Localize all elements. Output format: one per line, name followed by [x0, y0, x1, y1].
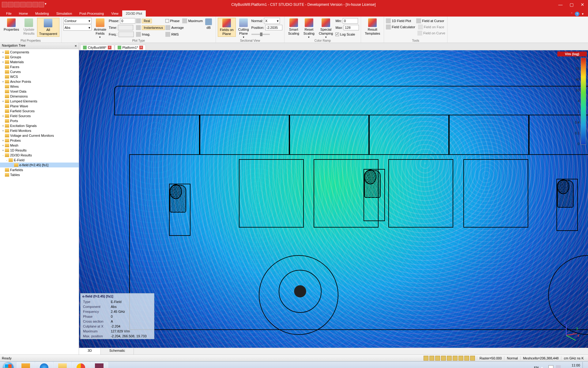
animate-fields-button[interactable]: Animate Fields▾ [92, 18, 108, 40]
help-dropdown-icon[interactable]: ▾ [581, 11, 585, 17]
tray-clock[interactable]: 11:00 12.09.2017 [563, 363, 580, 368]
sb-snap2-icon[interactable] [458, 356, 463, 361]
field-on-curve-button[interactable]: Field on Curve [423, 31, 445, 35]
sb-zoom-icon[interactable] [424, 356, 428, 361]
smart-scaling-button[interactable]: Smart Scaling [286, 18, 301, 36]
instantaneous-button[interactable]: Instantaneous [142, 25, 165, 30]
db-button[interactable]: dB [203, 18, 214, 30]
view-tab-3d[interactable]: 3D [79, 348, 101, 355]
1d-field-plot-button[interactable]: 1D Field Plot [392, 19, 411, 23]
tree-item[interactable]: -E-Field [0, 158, 79, 163]
qat-print-icon[interactable] [26, 2, 32, 7]
expand-icon[interactable]: + [1, 129, 5, 132]
update-results-button[interactable]: Update Results [21, 18, 36, 36]
tab-close-icon[interactable]: × [139, 46, 143, 49]
taskbar-app-outlook[interactable] [17, 362, 35, 368]
qat-open-icon[interactable] [8, 2, 13, 7]
help-icon[interactable]: ? [575, 12, 579, 16]
field-on-face-button[interactable]: Field on Face [424, 25, 444, 29]
expand-icon[interactable]: + [1, 60, 5, 64]
qat-redo-icon[interactable] [39, 2, 44, 7]
tab-2d3dplot[interactable]: 2D/3D Plot [122, 10, 146, 17]
sb-zoom3-icon[interactable] [435, 356, 440, 361]
expand-icon[interactable]: + [1, 55, 5, 59]
expand-icon[interactable]: + [1, 50, 5, 54]
position-slider[interactable] [251, 34, 270, 35]
logscale-checkbox[interactable] [335, 33, 339, 36]
special-clamping-button[interactable]: Special Clamping▾ [317, 18, 335, 40]
freq-input[interactable] [119, 32, 134, 37]
position-input[interactable] [265, 25, 282, 30]
maximize-button[interactable]: ▢ [566, 0, 577, 9]
document-tab[interactable]: CityBusWifi*× [80, 45, 114, 50]
tray-volume-icon[interactable] [556, 365, 561, 368]
qat-more-icon[interactable]: ▾ [45, 2, 50, 7]
start-button[interactable] [0, 362, 17, 368]
result-templates-button[interactable]: Result Templates [363, 18, 382, 36]
close-button[interactable]: ✕ [577, 0, 588, 9]
expand-icon[interactable]: + [1, 144, 5, 147]
tray-flag-icon[interactable] [548, 365, 553, 368]
minimize-button[interactable]: — [555, 0, 566, 9]
fields-on-plane-button[interactable]: Fields on Plane [218, 18, 236, 37]
maximum-button[interactable]: Maximum [188, 19, 203, 23]
tab-modeling[interactable]: Modeling [32, 10, 53, 17]
tree-item[interactable]: +Probes [0, 138, 79, 143]
taskbar-app-ie[interactable] [35, 362, 53, 368]
tree-item[interactable]: Farfields [0, 167, 79, 172]
cutting-plane-button[interactable]: Cutting Plane▾ [236, 18, 251, 40]
qat-new-icon[interactable] [2, 2, 7, 7]
tree-item[interactable]: -2D/3D Results [0, 153, 79, 158]
tree-item[interactable]: Farfield Sources [0, 109, 79, 113]
taskbar-app-explorer[interactable] [54, 362, 71, 368]
tree-item[interactable]: Faces [0, 64, 79, 69]
sb-zoom4-icon[interactable] [441, 356, 446, 361]
expand-icon[interactable]: + [1, 148, 5, 152]
sb-zoom2-icon[interactable] [429, 356, 434, 361]
tree-item[interactable]: WCS [0, 74, 79, 79]
qat-undo-icon[interactable] [32, 2, 38, 7]
qat-save-icon[interactable] [14, 2, 20, 7]
plot-style-dropdown[interactable]: Contour▾ [63, 18, 92, 24]
expand-icon[interactable]: + [1, 124, 5, 128]
expand-icon[interactable]: + [1, 139, 5, 142]
qat-saveall-icon[interactable] [20, 2, 26, 7]
tree-item[interactable]: Voxel Data [0, 89, 79, 94]
properties-button[interactable]: Properties [2, 18, 21, 32]
tab-close-icon[interactable]: × [108, 46, 111, 49]
tree-item[interactable]: Wires [0, 84, 79, 89]
expand-icon[interactable]: - [1, 153, 5, 157]
sb-cube-icon[interactable] [470, 356, 475, 361]
show-desktop-button[interactable] [582, 362, 586, 368]
tree-item[interactable]: +Field Sources [0, 113, 79, 118]
tree-item[interactable]: Voltage and Current Monitors [0, 133, 79, 138]
tree-item[interactable]: +Excitation Signals [0, 123, 79, 128]
field-calculator-button[interactable]: Field Calculator [392, 25, 415, 29]
expand-icon[interactable]: - [5, 158, 9, 162]
tree-item[interactable]: Tables [0, 172, 79, 177]
tree-item[interactable]: +Materials [0, 59, 79, 64]
tab-postprocessing[interactable]: Post-Processing [76, 10, 107, 17]
3d-viewport[interactable]: V/m (log) 128704010410.40.10 e-field (f=… [79, 50, 588, 348]
imag-button[interactable]: Imag. [142, 33, 150, 36]
real-button[interactable]: Real [142, 19, 152, 23]
tray-chevron-icon[interactable]: ▴ [541, 365, 546, 368]
document-tab[interactable]: Platform1*× [115, 45, 146, 50]
min-input[interactable] [343, 18, 358, 24]
tree-item[interactable]: Ports [0, 118, 79, 123]
phase-input[interactable] [120, 18, 135, 24]
tree-item[interactable]: Curves [0, 69, 79, 74]
tree-item[interactable]: +Anchor Points [0, 79, 79, 84]
tab-view[interactable]: View [107, 10, 122, 17]
nav-close-icon[interactable]: × [74, 44, 77, 48]
taskbar-app-chrome[interactable] [72, 362, 90, 368]
tab-home[interactable]: Home [15, 10, 32, 17]
phase-checkbox[interactable] [165, 19, 169, 23]
tree-item[interactable]: +Lumped Elements [0, 99, 79, 104]
time-input[interactable] [118, 25, 133, 30]
tree-item[interactable]: Plane Wave [0, 104, 79, 109]
tree-item[interactable]: +Field Monitors [0, 128, 79, 133]
rms-button[interactable]: RMS [171, 33, 179, 36]
ribbon-collapse-icon[interactable]: ˆ [570, 12, 574, 17]
normal-dropdown[interactable]: X▾ [264, 18, 280, 24]
